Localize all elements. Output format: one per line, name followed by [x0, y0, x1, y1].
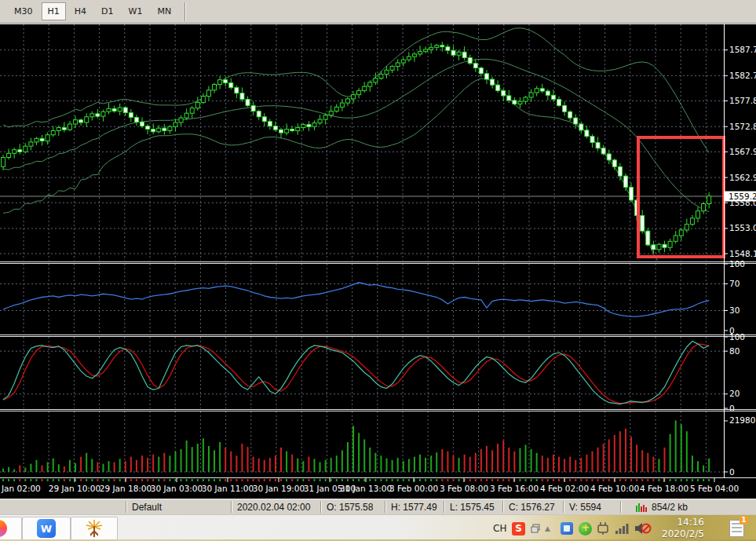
svg-text:29 Jan 18:00: 29 Jan 18:00	[100, 484, 152, 493]
svg-text:1553.00: 1553.00	[729, 223, 756, 232]
tray-plug[interactable]	[597, 515, 609, 541]
tray-clock[interactable]: 14:16 2020/2/5	[662, 517, 704, 540]
stoch-lines	[3, 341, 709, 404]
clock-date: 2020/2/5	[662, 528, 704, 540]
svg-text:1548.10: 1548.10	[729, 249, 756, 258]
plug-icon	[597, 521, 609, 536]
svg-text:1559.25: 1559.25	[729, 192, 756, 201]
blue-app-icon	[561, 522, 573, 535]
window-restore-icon	[531, 524, 541, 534]
speaker-muted-icon	[634, 521, 652, 536]
tray-network[interactable]	[615, 515, 630, 541]
svg-text:3 Feb 08:00: 3 Feb 08:00	[440, 484, 488, 493]
taskbar-button-wps[interactable]: W	[22, 517, 71, 540]
taskbar-button-browser[interactable]	[0, 517, 22, 540]
bollinger-upper-line	[3, 28, 709, 153]
ime-indicator[interactable]: CH	[493, 515, 506, 541]
svg-text:31 Jan 13:00: 31 Jan 13:00	[340, 484, 392, 493]
bollinger-middle-line	[3, 59, 709, 211]
svg-text:70: 70	[729, 279, 740, 288]
tab-D1[interactable]: D1	[95, 2, 119, 20]
status-bar: Default 2020.02.04 02:00 O: 1575.58 H: 1…	[0, 499, 756, 514]
tab-M30[interactable]: M30	[8, 2, 39, 20]
metatrader-window: M30H1H4D1W1MN 1587.701582.701577.801572.…	[0, 0, 756, 541]
tab-H1[interactable]: H1	[42, 2, 66, 20]
svg-text:21980: 21980	[729, 415, 755, 425]
tab-MN[interactable]: MN	[151, 2, 177, 20]
svg-text:5 Feb 04:00: 5 Feb 04:00	[690, 484, 739, 493]
rsi-line	[3, 283, 709, 316]
svg-text:4 Feb 18:00: 4 Feb 18:00	[640, 484, 688, 493]
svg-text:4 Feb 02:00: 4 Feb 02:00	[540, 484, 589, 493]
chart-area[interactable]: 1587.701582.701577.801572.801567.901562.…	[0, 24, 756, 499]
svg-text:1577.80: 1577.80	[729, 96, 756, 105]
notification-badge: 1	[740, 516, 748, 525]
svg-text:30 Jan 03:00: 30 Jan 03:00	[151, 484, 203, 493]
sogou-icon: S	[512, 522, 525, 536]
svg-text:30: 30	[729, 305, 740, 315]
volume-bars	[2, 420, 710, 481]
status-high: H: 1577.49	[386, 502, 444, 513]
green-shield-icon	[579, 522, 592, 536]
svg-text:Jan 02:00: Jan 02:00	[1, 484, 41, 493]
signal-bars-icon	[615, 522, 630, 535]
status-open: O: 1575.58	[322, 502, 385, 513]
browser-icon	[0, 520, 7, 537]
status-timestamp: 2020.02.04 02:00	[232, 502, 320, 513]
panel-separators[interactable]	[0, 24, 756, 478]
mini-histogram-icon	[636, 503, 648, 512]
status-datasize: 854/2 kb	[636, 502, 688, 513]
ime-toolbar-icon[interactable]	[531, 515, 541, 541]
chevron-up-icon: ▲	[545, 525, 550, 532]
svg-text:0: 0	[729, 404, 735, 413]
tab-H4[interactable]: H4	[68, 2, 93, 20]
taskbar-button-trading-app[interactable]	[71, 517, 118, 540]
tabs-container: M30H1H4D1W1MN	[8, 2, 180, 20]
svg-text:1567.90: 1567.90	[729, 147, 756, 156]
wps-icon: W	[37, 519, 56, 538]
stoch-signal-line	[3, 344, 709, 404]
svg-text:80: 80	[729, 346, 740, 356]
tab-W1[interactable]: W1	[122, 2, 149, 20]
tray-app-green[interactable]	[579, 515, 592, 541]
chart-svg[interactable]: 1587.701582.701577.801572.801567.901562.…	[0, 24, 756, 499]
status-low: L: 1575.45	[445, 502, 502, 513]
tray-expand-button[interactable]: ▲	[545, 515, 550, 541]
svg-text:1562.90: 1562.90	[729, 173, 756, 182]
svg-text:30 Jan 11:00: 30 Jan 11:00	[202, 484, 254, 493]
datasize-label: 854/2 kb	[652, 502, 688, 513]
candles-layer	[2, 42, 711, 254]
svg-text:3 Feb 16:00: 3 Feb 16:00	[490, 484, 539, 493]
tray-volume[interactable]	[634, 515, 652, 541]
svg-text:100: 100	[729, 259, 745, 269]
svg-text:100: 100	[729, 332, 745, 342]
timeframe-tabbar: M30H1H4D1W1MN	[0, 0, 756, 24]
svg-text:4 Feb 10:00: 4 Feb 10:00	[590, 484, 639, 493]
status-profile[interactable]: Default	[127, 502, 231, 513]
svg-text:0: 0	[729, 467, 735, 477]
status-close: C: 1576.27	[504, 502, 563, 513]
current-price-marker: 1559.25	[724, 192, 756, 202]
tabbar-divider	[184, 2, 186, 21]
svg-text:1572.80: 1572.80	[729, 122, 756, 131]
sogou-tray-icon[interactable]: S	[512, 515, 525, 541]
grid-layer	[0, 24, 724, 472]
clock-time: 14:16	[662, 517, 704, 528]
svg-text:3 Feb 00:00: 3 Feb 00:00	[389, 484, 438, 493]
svg-text:29 Jan 10:00: 29 Jan 10:00	[49, 484, 100, 493]
svg-text:30 Jan 19:00: 30 Jan 19:00	[253, 484, 305, 493]
tray-app-blue[interactable]	[561, 515, 573, 541]
svg-text:20: 20	[729, 389, 740, 398]
price-scale[interactable]: 1587.701582.701577.801572.801567.901562.…	[724, 45, 756, 476]
status-separator	[620, 501, 622, 513]
svg-text:1587.70: 1587.70	[729, 45, 756, 54]
svg-text:1582.70: 1582.70	[729, 71, 756, 80]
notification-tray-icon[interactable]: 1	[729, 518, 747, 537]
ime-label: CH	[493, 523, 506, 534]
tree-logo-icon	[84, 518, 104, 539]
taskbar: W CH S ▲	[0, 514, 756, 541]
status-volume: V: 5594	[564, 502, 620, 513]
